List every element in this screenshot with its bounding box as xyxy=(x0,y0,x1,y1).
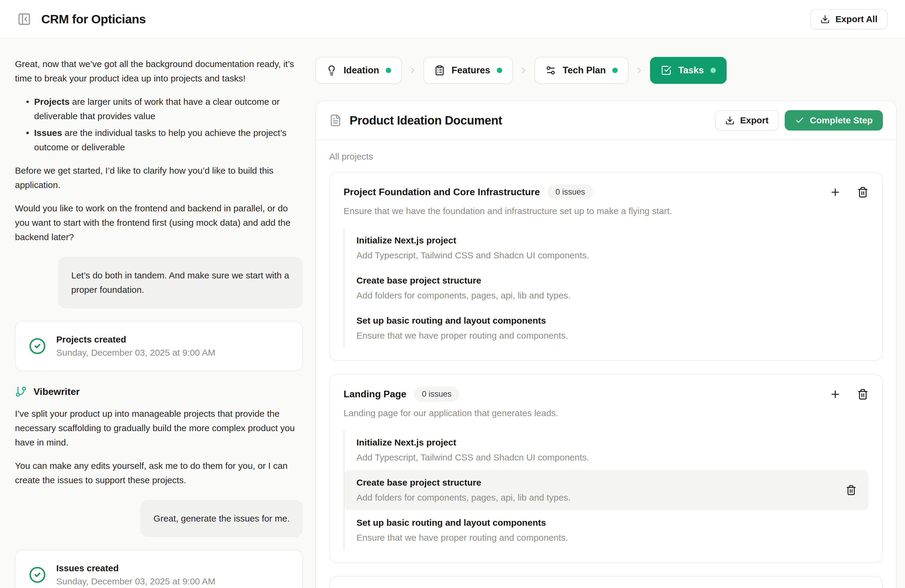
issue-description: Add Typescript, Tailwind CSS and Shadcn … xyxy=(356,249,856,262)
export-all-button[interactable]: Export All xyxy=(810,9,888,29)
agent-name: Vibewriter xyxy=(33,386,79,397)
user-message-bubble: Great, generate the issues for me. xyxy=(140,500,303,537)
issue-description: Add folders for components, pages, api, … xyxy=(356,491,837,504)
step-label: Tasks xyxy=(678,65,704,76)
git-branch-icon xyxy=(15,386,27,397)
issue-row[interactable]: Create base project structure Add folder… xyxy=(345,268,868,308)
plus-icon xyxy=(830,186,841,198)
complete-step-label: Complete Step xyxy=(810,115,873,126)
issue-title: Initialize Next.js project xyxy=(356,234,856,247)
workflow-steps: Ideation Features Tech Plan Tasks xyxy=(316,57,897,84)
delete-project-button[interactable] xyxy=(857,186,868,198)
document-panel-header: Product Ideation Document Export Complet… xyxy=(316,101,896,140)
delete-project-button[interactable] xyxy=(857,389,868,400)
delete-issue-button[interactable] xyxy=(846,485,856,496)
bullet-item: •Issues are the individual tasks to help… xyxy=(21,126,303,154)
main-column: Ideation Features Tech Plan Tasks xyxy=(312,39,905,588)
download-icon xyxy=(820,14,830,24)
assistant-message: You can make any edits yourself, ask me … xyxy=(15,459,303,488)
issue-title: Set up basic routing and layout componen… xyxy=(356,516,856,529)
project-card: User Authentication 0 issues Secure logi… xyxy=(329,576,883,588)
settings-icon xyxy=(545,65,556,76)
chat-sidebar: Great, now that we’ve got all the backgr… xyxy=(0,39,312,588)
add-issue-button[interactable] xyxy=(830,389,841,400)
step-tech-plan[interactable]: Tech Plan xyxy=(535,57,629,84)
trash-icon xyxy=(857,389,868,400)
assistant-message: Would you like to work on the frontend a… xyxy=(15,201,303,244)
status-card-projects-created: Projects created Sunday, December 03, 20… xyxy=(15,321,303,371)
project-title: Landing Page xyxy=(344,389,406,400)
assistant-message: Great, now that we’ve got all the backgr… xyxy=(15,57,303,86)
assistant-message: I’ve split your product up into manageab… xyxy=(15,407,303,450)
chevron-right-icon xyxy=(408,65,418,75)
project-card: Project Foundation and Core Infrastructu… xyxy=(329,172,883,361)
issue-row[interactable]: Create base project structure Add folder… xyxy=(345,470,868,510)
trash-icon xyxy=(857,186,868,198)
status-title: Projects created xyxy=(56,333,215,346)
status-timestamp: Sunday, December 03, 2025 at 9:00 AM xyxy=(56,346,215,359)
assistant-bullet-list: •Projects are larger units of work that … xyxy=(15,95,303,154)
projects-container: Project Foundation and Core Infrastructu… xyxy=(329,172,883,588)
project-issues-badge: 0 issues xyxy=(414,386,459,402)
check-square-icon xyxy=(661,65,672,76)
export-button[interactable]: Export xyxy=(715,110,779,130)
document-panel: Product Ideation Document Export Complet… xyxy=(316,100,897,588)
chevron-right-icon xyxy=(519,65,529,75)
project-card: Landing Page 0 issues Landing page for o… xyxy=(329,374,883,563)
document-title: Product Ideation Document xyxy=(349,114,502,127)
export-label: Export xyxy=(740,115,768,126)
step-label: Features xyxy=(452,65,490,76)
check-icon xyxy=(795,116,805,125)
issue-title: Set up basic routing and layout componen… xyxy=(356,314,856,327)
project-description: Landing page for our application that ge… xyxy=(344,407,868,420)
issue-title: Create base project structure xyxy=(356,274,856,287)
bullet-item: •Projects are larger units of work that … xyxy=(21,95,303,123)
issue-title: Create base project structure xyxy=(356,476,837,489)
issues-list: Initialize Next.js project Add Typescrip… xyxy=(344,228,868,348)
issue-description: Ensure that we have proper routing and c… xyxy=(356,329,856,342)
document-panel-body: All projects Project Foundation and Core… xyxy=(316,140,896,588)
step-label: Tech Plan xyxy=(563,65,606,76)
export-all-label: Export All xyxy=(835,14,878,24)
status-card-issues-created: Issues created Sunday, December 03, 2025… xyxy=(15,550,303,588)
trash-icon xyxy=(846,485,856,496)
issue-row[interactable]: Set up basic routing and layout componen… xyxy=(345,510,868,550)
circle-check-icon xyxy=(29,566,46,583)
assistant-message: Before we get started, I’d like to clari… xyxy=(15,164,303,192)
step-label: Ideation xyxy=(344,65,379,76)
issue-row[interactable]: Initialize Next.js project Add Typescrip… xyxy=(345,430,868,470)
issue-description: Ensure that we have proper routing and c… xyxy=(356,531,856,544)
status-dot xyxy=(386,68,391,73)
issue-description: Add folders for components, pages, api, … xyxy=(356,289,856,302)
add-issue-button[interactable] xyxy=(830,186,841,198)
plus-icon xyxy=(830,389,841,400)
user-message-bubble: Let’s do both in tandem. And make sure w… xyxy=(58,257,303,308)
app-title: CRM for Opticians xyxy=(41,12,146,26)
issue-description: Add Typescript, Tailwind CSS and Shadcn … xyxy=(356,451,856,464)
status-timestamp: Sunday, December 03, 2025 at 9:00 AM xyxy=(56,575,215,588)
status-title: Issues created xyxy=(56,562,215,575)
project-description: Ensure that we have the foundation and i… xyxy=(344,205,868,218)
step-ideation[interactable]: Ideation xyxy=(316,57,402,84)
file-text-icon xyxy=(329,114,342,127)
chevron-right-icon xyxy=(635,65,644,75)
status-dot xyxy=(612,68,618,73)
issue-row[interactable]: Set up basic routing and layout componen… xyxy=(345,308,868,348)
top-bar: CRM for Opticians Export All xyxy=(0,0,905,39)
issue-title: Initialize Next.js project xyxy=(356,436,856,449)
step-tasks[interactable]: Tasks xyxy=(650,57,727,84)
status-dot xyxy=(497,68,502,73)
circle-check-icon xyxy=(29,337,46,355)
section-label: All projects xyxy=(329,151,883,162)
step-features[interactable]: Features xyxy=(424,57,513,84)
status-dot xyxy=(710,68,716,73)
panel-collapse-icon[interactable] xyxy=(17,12,31,26)
lightbulb-icon xyxy=(326,65,337,76)
clipboard-icon xyxy=(434,65,445,76)
project-title: Project Foundation and Core Infrastructu… xyxy=(344,186,540,198)
issue-row[interactable]: Initialize Next.js project Add Typescrip… xyxy=(345,228,868,268)
download-icon xyxy=(725,116,735,125)
agent-header: Vibewriter xyxy=(15,386,303,397)
complete-step-button[interactable]: Complete Step xyxy=(785,110,883,130)
project-issues-badge: 0 issues xyxy=(548,184,593,200)
